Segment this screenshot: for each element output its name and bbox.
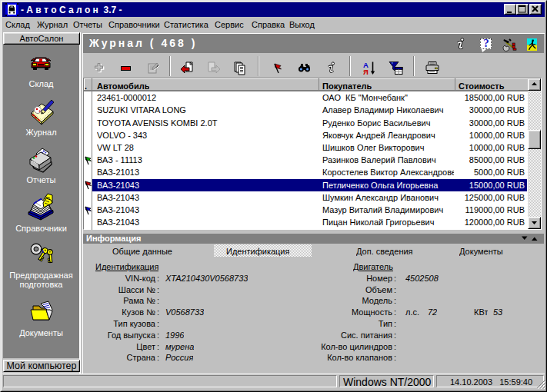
svg-text:Я: Я <box>363 68 369 76</box>
